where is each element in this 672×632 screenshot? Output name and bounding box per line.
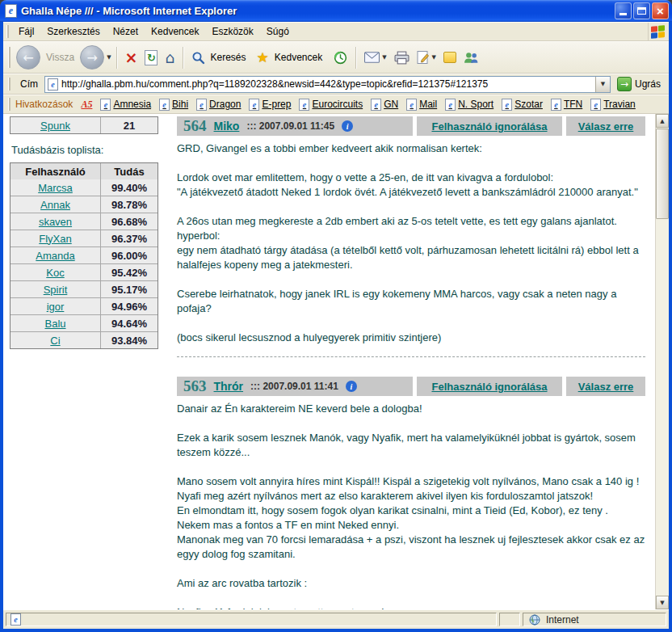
search-button[interactable]: Keresés xyxy=(189,49,252,66)
toolbar-grip[interactable] xyxy=(8,78,10,91)
menu-item[interactable]: Szerkesztés xyxy=(40,23,106,40)
user-link[interactable]: Koc xyxy=(46,267,64,279)
forward-dropdown-icon[interactable]: ▼ xyxy=(107,54,111,61)
minimize-icon xyxy=(620,13,627,15)
globe-icon xyxy=(529,614,540,626)
scroll-down-button[interactable]: ▼ xyxy=(656,596,669,609)
scroll-thumb[interactable] xyxy=(656,129,669,219)
links-item[interactable]: e Bihi xyxy=(155,97,192,112)
toplist-table: Felhasználó Tudás Marcsa 99.40% Annak 98… xyxy=(10,162,158,349)
link-favicon-icon: e xyxy=(406,99,417,111)
mail-dropdown-icon[interactable]: ▼ xyxy=(382,54,386,61)
address-input[interactable] xyxy=(61,77,592,92)
go-button[interactable]: → Ugrás xyxy=(614,77,666,91)
close-icon: × xyxy=(657,5,664,17)
user-link[interactable]: Amanda xyxy=(36,250,74,262)
links-item-a5[interactable]: A5 xyxy=(77,99,96,111)
address-bar: Cím e ▼ → Ugrás xyxy=(3,74,669,95)
stop-button[interactable]: × xyxy=(123,47,141,68)
window-controls: × xyxy=(615,2,669,19)
link-favicon-icon: e xyxy=(196,99,207,111)
menu-bar: FájlSzerkesztésNézetKedvencekEszközökSúg… xyxy=(3,22,669,41)
post-timestamp: ::: 2007.09.01 11:45 xyxy=(246,120,334,132)
user-link[interactable]: Marcsa xyxy=(38,182,73,194)
toolbar-grip[interactable] xyxy=(6,25,9,37)
scroll-up-button[interactable]: ▲ xyxy=(656,114,669,128)
user-link[interactable]: igor xyxy=(47,301,65,313)
menu-item[interactable]: Nézet xyxy=(107,23,145,40)
post-header-reply-cell: Válasz erre xyxy=(566,377,645,396)
favorites-button[interactable]: ★ Kedvencek xyxy=(254,48,329,67)
minimize-button[interactable] xyxy=(615,2,632,19)
refresh-button[interactable]: ↻ xyxy=(142,48,160,67)
toplist-row: igor 94.96% xyxy=(10,297,158,314)
user-link[interactable]: Spirit xyxy=(44,284,68,296)
reply-link[interactable]: Válasz erre xyxy=(578,381,634,393)
toolbar-separator xyxy=(116,47,118,69)
user-link[interactable]: Ci xyxy=(50,335,60,347)
links-item[interactable]: e E-prep xyxy=(245,97,295,112)
toolbar-grip[interactable] xyxy=(8,47,10,69)
home-icon: ⌂ xyxy=(165,48,174,66)
link-favicon-icon: e xyxy=(445,99,456,111)
vertical-scrollbar[interactable]: ▲ ▼ xyxy=(655,114,669,609)
links-item[interactable]: e GN xyxy=(367,97,402,112)
history-icon xyxy=(333,50,348,65)
toplist-row: Annak 98.78% xyxy=(10,196,158,213)
page-icon: e xyxy=(48,78,58,91)
info-icon[interactable]: i xyxy=(342,120,353,132)
post-author-link[interactable]: Miko xyxy=(214,120,240,133)
user-link[interactable]: skaven xyxy=(39,216,72,228)
user-score: 98.78% xyxy=(101,196,158,213)
links-item[interactable]: e Szotar xyxy=(498,97,547,112)
info-icon[interactable]: i xyxy=(346,381,357,392)
toolbar-grip[interactable] xyxy=(8,98,10,110)
title-bar: e Ghalla Népe /// - Microsoft Internet E… xyxy=(0,0,672,22)
post-header-reply-cell: Válasz erre xyxy=(566,116,645,136)
links-item[interactable]: e Eurocircuits xyxy=(295,97,367,112)
menu-item[interactable]: Eszközök xyxy=(205,23,259,40)
ignore-user-link[interactable]: Felhasználó ignorálása xyxy=(431,120,547,133)
links-item[interactable]: e Amnesia xyxy=(96,97,155,112)
refresh-icon: ↻ xyxy=(145,50,158,65)
post-timestamp: ::: 2007.09.01 11:41 xyxy=(250,381,338,392)
user-link[interactable]: Spunk xyxy=(40,120,70,132)
user-score: 93.84% xyxy=(101,332,158,348)
reply-link[interactable]: Válasz erre xyxy=(578,120,634,133)
links-item[interactable]: e N. Sport xyxy=(441,97,498,112)
menu-item[interactable]: Súgó xyxy=(260,23,296,40)
links-item[interactable]: e Mail xyxy=(402,97,441,112)
post-body: GRD, Givangel es a tobbi ember kedveert … xyxy=(177,141,645,345)
mail-button[interactable]: ▼ xyxy=(362,50,388,65)
ignore-user-link[interactable]: Felhasználó ignorálása xyxy=(431,381,547,393)
menu-item[interactable]: Fájl xyxy=(12,23,40,40)
post-number: 564 xyxy=(183,117,207,135)
edit-dropdown-icon[interactable]: ▼ xyxy=(432,54,436,61)
edit-button[interactable]: ▼ xyxy=(414,48,439,67)
post-header-ignore-cell: Felhasználó ignorálása xyxy=(417,116,562,136)
user-link[interactable]: FlyXan xyxy=(39,233,71,245)
address-dropdown-button[interactable]: ▼ xyxy=(595,77,610,92)
notes-button[interactable] xyxy=(441,50,459,65)
history-button[interactable] xyxy=(330,48,351,67)
scroll-track[interactable] xyxy=(656,220,669,596)
user-link[interactable]: Balu xyxy=(44,318,65,330)
toplist-row: FlyXan 96.37% xyxy=(10,230,158,246)
messenger-button[interactable] xyxy=(461,49,481,66)
toplist-title: Tudásbázis toplista: xyxy=(11,144,169,156)
links-item[interactable]: e Travian xyxy=(586,97,640,112)
print-button[interactable] xyxy=(392,49,412,66)
maximize-button[interactable] xyxy=(633,2,650,19)
links-item[interactable]: e Dragon xyxy=(192,97,245,112)
sidebar: Spunk 21 Tudásbázis toplista: Felhasznál… xyxy=(3,114,169,609)
close-button[interactable]: × xyxy=(652,2,669,19)
post-author-link[interactable]: Thrór xyxy=(214,380,244,393)
back-button[interactable]: ← xyxy=(16,45,40,70)
toplist-row: Spirit 95.17% xyxy=(10,280,158,297)
links-item[interactable]: e TFN xyxy=(547,97,586,112)
forward-button[interactable]: → xyxy=(80,45,104,70)
menu-item[interactable]: Kedvencek xyxy=(145,23,205,40)
user-score: 99.40% xyxy=(101,179,158,196)
home-button[interactable]: ⌂ xyxy=(162,47,177,68)
user-link[interactable]: Annak xyxy=(40,199,70,211)
